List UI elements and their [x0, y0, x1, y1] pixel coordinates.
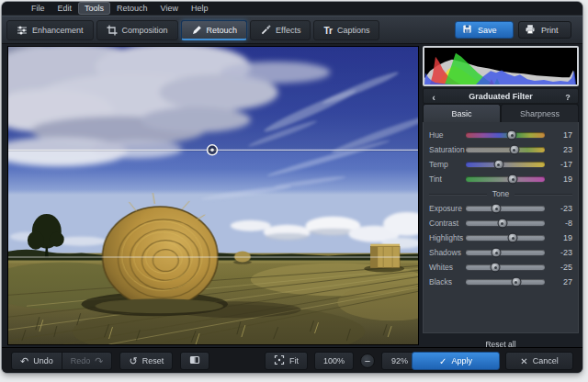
slider-handle[interactable] — [508, 233, 518, 243]
slider-handle[interactable] — [509, 145, 519, 155]
menu-help[interactable]: Help — [186, 3, 214, 14]
tab-label: Enhancement — [32, 26, 84, 35]
reset-circular-arrow-icon: ↺ — [129, 356, 137, 366]
slider-value: -25 — [548, 260, 574, 275]
printer-icon — [525, 24, 536, 37]
reset-button[interactable]: ↺ Reset — [119, 352, 173, 370]
slider-value: 19 — [548, 230, 574, 245]
history-controls: ↶ Undo Redo ↷ ↺ Reset — [11, 352, 209, 370]
zoom-100-button[interactable]: 100% — [314, 352, 354, 370]
slider-track[interactable] — [466, 162, 545, 167]
slider-value: -23 — [548, 201, 574, 216]
slider-track[interactable] — [466, 176, 545, 182]
apply-button[interactable]: ✓ Apply — [412, 352, 500, 370]
basic-sliders-group: Hue 17 Saturation 23 Temp -17 Tint 19 — [429, 128, 574, 186]
tab-effects[interactable]: Effects — [250, 20, 311, 40]
slider-handle[interactable] — [507, 130, 517, 140]
help-icon[interactable]: ? — [560, 89, 576, 105]
apply-label: Apply — [451, 356, 472, 365]
menu-retouch[interactable]: Retouch — [111, 3, 153, 14]
slider-value: -23 — [548, 245, 574, 260]
slider-value: -17 — [548, 157, 574, 172]
adjust-sliders-icon — [17, 25, 28, 36]
slider-row-highlights: Highlights 19 — [429, 230, 574, 245]
tone-section-label: Tone — [492, 189, 509, 198]
menu-view[interactable]: View — [155, 3, 184, 14]
redo-button[interactable]: Redo ↷ — [62, 352, 113, 370]
tone-sliders-group: Exposure -23 Contrast -8 Highlights 19 S… — [429, 201, 574, 289]
histogram — [423, 46, 579, 86]
slider-label: Highlights — [429, 230, 466, 245]
histogram-plot — [424, 48, 577, 84]
tab-basic[interactable]: Basic — [423, 104, 501, 122]
slider-track[interactable] — [466, 235, 545, 241]
slider-handle[interactable] — [508, 174, 518, 185]
slider-track[interactable] — [466, 279, 545, 285]
slider-track[interactable] — [466, 264, 545, 270]
redo-arrow-icon: ↷ — [95, 356, 103, 366]
fit-button[interactable]: Fit — [265, 352, 308, 370]
slider-handle[interactable] — [511, 277, 521, 287]
slider-handle[interactable] — [497, 219, 507, 229]
slider-value: -8 — [548, 216, 574, 230]
crop-icon — [107, 25, 118, 36]
slider-label: Blacks — [429, 275, 466, 289]
slider-track[interactable] — [466, 206, 545, 211]
photo-hay-field — [8, 47, 418, 344]
cancel-button[interactable]: ✕ Cancel — [505, 352, 573, 370]
tab-enhancement[interactable]: Enhancement — [6, 20, 94, 40]
tab-composition[interactable]: Composition — [96, 20, 178, 40]
tab-label: Retouch — [207, 26, 238, 35]
slider-handle[interactable] — [491, 263, 501, 273]
tab-label: Effects — [276, 26, 300, 35]
undo-arrow-icon: ↶ — [20, 356, 28, 366]
slider-track[interactable] — [466, 250, 545, 255]
slider-row-blacks: Blacks 27 — [429, 275, 574, 289]
print-label: Print — [541, 26, 559, 35]
tool-tab-strip: Enhancement Composition Retouch Effects … — [6, 20, 379, 40]
zoom-out-button[interactable]: − — [360, 354, 375, 368]
slider-handle[interactable] — [492, 248, 502, 258]
undo-button[interactable]: ↶ Undo — [11, 352, 62, 370]
slider-track[interactable] — [466, 220, 545, 226]
tab-captions[interactable]: Tr Captions — [313, 20, 379, 40]
slider-value: 19 — [548, 172, 574, 186]
menu-edit[interactable]: Edit — [52, 3, 78, 14]
back-chevron-icon[interactable]: ‹ — [425, 89, 442, 105]
slider-label: Saturation — [429, 142, 466, 157]
slider-row-exposure: Exposure -23 — [429, 201, 574, 216]
slider-track[interactable] — [466, 132, 545, 138]
slider-handle[interactable] — [493, 160, 503, 170]
photo-canvas[interactable] — [7, 46, 419, 345]
menu-file[interactable]: File — [26, 3, 51, 14]
fit-label: Fit — [289, 356, 299, 365]
slider-value: 17 — [548, 128, 574, 142]
slider-row-contrast: Contrast -8 — [429, 216, 574, 230]
print-button[interactable]: Print — [518, 21, 571, 39]
tab-sharpness[interactable]: Sharpness — [501, 104, 579, 122]
save-button[interactable]: Save — [455, 21, 514, 39]
toolbar: Enhancement Composition Retouch Effects … — [2, 16, 582, 44]
tab-retouch[interactable]: Retouch — [181, 20, 248, 40]
bottom-bar: ↶ Undo Redo ↷ ↺ Reset Fit 100% — [2, 347, 582, 373]
checkmark-icon: ✓ — [439, 356, 447, 366]
close-x-icon: ✕ — [520, 356, 527, 366]
slider-handle[interactable] — [492, 204, 502, 214]
graduated-filter-control-point[interactable] — [208, 145, 218, 155]
slider-row-tint: Tint 19 — [429, 172, 574, 186]
before-after-compare-button[interactable] — [180, 352, 209, 370]
slider-label: Hue — [429, 128, 466, 142]
slider-track[interactable] — [466, 147, 545, 152]
slider-row-temp: Temp -17 — [429, 157, 574, 172]
toolbar-actions: Save Print — [455, 21, 571, 39]
save-label: Save — [478, 26, 497, 35]
menu-tools[interactable]: Tools — [79, 3, 109, 14]
slider-value: 23 — [548, 142, 574, 157]
graduated-filter-region — [8, 47, 418, 150]
slider-label: Tint — [429, 172, 466, 186]
tab-label: Captions — [337, 26, 370, 35]
slider-value: 27 — [548, 275, 574, 289]
slider-label: Shadows — [429, 245, 466, 260]
redo-label: Redo — [71, 356, 91, 365]
text-icon: Tr — [323, 26, 332, 36]
